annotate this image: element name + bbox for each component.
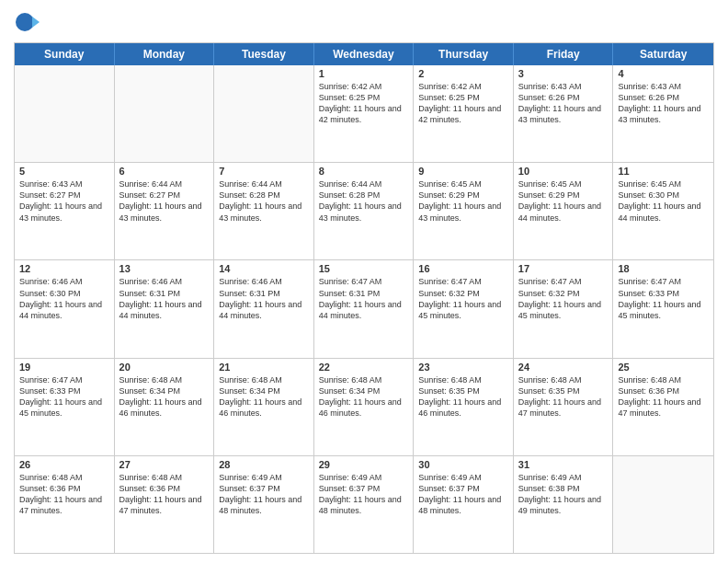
day-number: 7 bbox=[219, 166, 309, 177]
calendar-day-11: 11Sunrise: 6:45 AM Sunset: 6:30 PM Dayli… bbox=[613, 163, 713, 259]
weekday-header-wednesday: Wednesday bbox=[314, 43, 415, 65]
calendar-week-5: 26Sunrise: 6:48 AM Sunset: 6:36 PM Dayli… bbox=[15, 455, 713, 553]
day-number: 20 bbox=[119, 362, 210, 373]
calendar-day-20: 20Sunrise: 6:48 AM Sunset: 6:34 PM Dayli… bbox=[115, 359, 215, 455]
calendar-week-4: 19Sunrise: 6:47 AM Sunset: 6:33 PM Dayli… bbox=[15, 358, 713, 455]
calendar-day-17: 17Sunrise: 6:47 AM Sunset: 6:32 PM Dayli… bbox=[514, 260, 614, 357]
weekday-header-friday: Friday bbox=[514, 43, 614, 65]
day-info: Sunrise: 6:45 AM Sunset: 6:30 PM Dayligh… bbox=[618, 178, 709, 224]
day-info: Sunrise: 6:45 AM Sunset: 6:29 PM Dayligh… bbox=[518, 178, 609, 224]
weekday-header-thursday: Thursday bbox=[414, 43, 514, 65]
calendar-day-4: 4Sunrise: 6:43 AM Sunset: 6:26 PM Daylig… bbox=[613, 65, 713, 162]
day-number: 9 bbox=[418, 166, 508, 177]
calendar-day-10: 10Sunrise: 6:45 AM Sunset: 6:29 PM Dayli… bbox=[514, 163, 614, 259]
day-info: Sunrise: 6:48 AM Sunset: 6:35 PM Dayligh… bbox=[418, 374, 508, 419]
day-number: 10 bbox=[518, 166, 609, 177]
day-number: 3 bbox=[518, 68, 609, 79]
day-number: 6 bbox=[119, 166, 210, 177]
calendar-week-3: 12Sunrise: 6:46 AM Sunset: 6:30 PM Dayli… bbox=[15, 259, 713, 357]
day-number: 19 bbox=[19, 362, 109, 373]
calendar: SundayMondayTuesdayWednesdayThursdayFrid… bbox=[14, 42, 714, 554]
day-info: Sunrise: 6:47 AM Sunset: 6:33 PM Dayligh… bbox=[19, 374, 109, 419]
svg-marker-1 bbox=[32, 17, 40, 28]
day-info: Sunrise: 6:49 AM Sunset: 6:37 PM Dayligh… bbox=[319, 472, 409, 517]
calendar-day-26: 26Sunrise: 6:48 AM Sunset: 6:36 PM Dayli… bbox=[15, 456, 115, 553]
day-number: 24 bbox=[518, 362, 609, 373]
calendar-body: 1Sunrise: 6:42 AM Sunset: 6:25 PM Daylig… bbox=[15, 65, 713, 553]
day-number: 1 bbox=[319, 68, 409, 79]
calendar-day-9: 9Sunrise: 6:45 AM Sunset: 6:29 PM Daylig… bbox=[414, 163, 514, 259]
day-number: 28 bbox=[219, 459, 309, 470]
day-number: 8 bbox=[319, 166, 409, 177]
calendar-day-25: 25Sunrise: 6:48 AM Sunset: 6:36 PM Dayli… bbox=[613, 359, 713, 455]
day-info: Sunrise: 6:43 AM Sunset: 6:26 PM Dayligh… bbox=[618, 81, 709, 126]
day-number: 15 bbox=[319, 263, 409, 274]
calendar-day-21: 21Sunrise: 6:48 AM Sunset: 6:34 PM Dayli… bbox=[214, 359, 314, 455]
day-info: Sunrise: 6:48 AM Sunset: 6:36 PM Dayligh… bbox=[119, 472, 210, 517]
day-info: Sunrise: 6:49 AM Sunset: 6:37 PM Dayligh… bbox=[219, 472, 309, 517]
calendar-week-2: 5Sunrise: 6:43 AM Sunset: 6:27 PM Daylig… bbox=[15, 162, 713, 259]
day-info: Sunrise: 6:47 AM Sunset: 6:32 PM Dayligh… bbox=[518, 276, 609, 321]
day-number: 21 bbox=[219, 362, 309, 373]
day-number: 29 bbox=[319, 459, 409, 470]
day-info: Sunrise: 6:48 AM Sunset: 6:36 PM Dayligh… bbox=[19, 472, 109, 517]
calendar-day-16: 16Sunrise: 6:47 AM Sunset: 6:32 PM Dayli… bbox=[414, 260, 514, 357]
day-info: Sunrise: 6:47 AM Sunset: 6:33 PM Dayligh… bbox=[618, 276, 709, 321]
calendar-header: SundayMondayTuesdayWednesdayThursdayFrid… bbox=[15, 43, 713, 65]
calendar-day-15: 15Sunrise: 6:47 AM Sunset: 6:31 PM Dayli… bbox=[314, 260, 415, 357]
day-number: 12 bbox=[19, 263, 109, 274]
day-info: Sunrise: 6:44 AM Sunset: 6:27 PM Dayligh… bbox=[119, 178, 210, 224]
day-info: Sunrise: 6:49 AM Sunset: 6:38 PM Dayligh… bbox=[518, 472, 609, 517]
calendar-day-22: 22Sunrise: 6:48 AM Sunset: 6:34 PM Dayli… bbox=[314, 359, 415, 455]
day-number: 23 bbox=[418, 362, 508, 373]
calendar-day-12: 12Sunrise: 6:46 AM Sunset: 6:30 PM Dayli… bbox=[15, 260, 115, 357]
calendar-day-6: 6Sunrise: 6:44 AM Sunset: 6:27 PM Daylig… bbox=[115, 163, 215, 259]
day-info: Sunrise: 6:48 AM Sunset: 6:35 PM Dayligh… bbox=[518, 374, 609, 419]
day-number: 2 bbox=[418, 68, 508, 79]
calendar-day-2: 2Sunrise: 6:42 AM Sunset: 6:25 PM Daylig… bbox=[414, 65, 514, 162]
day-number: 17 bbox=[518, 263, 609, 274]
day-info: Sunrise: 6:46 AM Sunset: 6:31 PM Dayligh… bbox=[119, 276, 210, 321]
day-number: 26 bbox=[19, 459, 109, 470]
day-number: 25 bbox=[618, 362, 709, 373]
calendar-day-31: 31Sunrise: 6:49 AM Sunset: 6:38 PM Dayli… bbox=[514, 456, 614, 553]
weekday-header-saturday: Saturday bbox=[613, 43, 713, 65]
calendar-empty-cell bbox=[214, 65, 314, 162]
day-info: Sunrise: 6:47 AM Sunset: 6:32 PM Dayligh… bbox=[418, 276, 508, 321]
calendar-day-7: 7Sunrise: 6:44 AM Sunset: 6:28 PM Daylig… bbox=[214, 163, 314, 259]
day-number: 11 bbox=[618, 166, 709, 177]
day-info: Sunrise: 6:42 AM Sunset: 6:25 PM Dayligh… bbox=[418, 81, 508, 126]
day-number: 16 bbox=[418, 263, 508, 274]
day-number: 18 bbox=[618, 263, 709, 274]
calendar-day-3: 3Sunrise: 6:43 AM Sunset: 6:26 PM Daylig… bbox=[514, 65, 614, 162]
day-info: Sunrise: 6:44 AM Sunset: 6:28 PM Dayligh… bbox=[319, 178, 409, 224]
calendar-day-8: 8Sunrise: 6:44 AM Sunset: 6:28 PM Daylig… bbox=[314, 163, 415, 259]
day-info: Sunrise: 6:45 AM Sunset: 6:29 PM Dayligh… bbox=[418, 178, 508, 224]
weekday-header-monday: Monday bbox=[115, 43, 215, 65]
calendar-empty-cell bbox=[115, 65, 215, 162]
svg-point-0 bbox=[16, 13, 34, 31]
logo bbox=[14, 9, 43, 35]
calendar-day-18: 18Sunrise: 6:47 AM Sunset: 6:33 PM Dayli… bbox=[613, 260, 713, 357]
calendar-empty-cell bbox=[15, 65, 115, 162]
page: SundayMondayTuesdayWednesdayThursdayFrid… bbox=[0, 0, 728, 563]
calendar-day-30: 30Sunrise: 6:49 AM Sunset: 6:37 PM Dayli… bbox=[414, 456, 514, 553]
day-info: Sunrise: 6:43 AM Sunset: 6:27 PM Dayligh… bbox=[19, 178, 109, 224]
calendar-week-1: 1Sunrise: 6:42 AM Sunset: 6:25 PM Daylig… bbox=[15, 65, 713, 162]
day-number: 4 bbox=[618, 68, 709, 79]
calendar-day-24: 24Sunrise: 6:48 AM Sunset: 6:35 PM Dayli… bbox=[514, 359, 614, 455]
day-number: 14 bbox=[219, 263, 309, 274]
header bbox=[14, 9, 714, 35]
day-info: Sunrise: 6:48 AM Sunset: 6:34 PM Dayligh… bbox=[319, 374, 409, 419]
calendar-day-27: 27Sunrise: 6:48 AM Sunset: 6:36 PM Dayli… bbox=[115, 456, 215, 553]
day-info: Sunrise: 6:46 AM Sunset: 6:30 PM Dayligh… bbox=[19, 276, 109, 321]
weekday-header-tuesday: Tuesday bbox=[214, 43, 314, 65]
calendar-day-19: 19Sunrise: 6:47 AM Sunset: 6:33 PM Dayli… bbox=[15, 359, 115, 455]
calendar-day-1: 1Sunrise: 6:42 AM Sunset: 6:25 PM Daylig… bbox=[314, 65, 415, 162]
calendar-empty-cell bbox=[613, 456, 713, 553]
calendar-day-14: 14Sunrise: 6:46 AM Sunset: 6:31 PM Dayli… bbox=[214, 260, 314, 357]
day-info: Sunrise: 6:42 AM Sunset: 6:25 PM Dayligh… bbox=[319, 81, 409, 126]
calendar-day-13: 13Sunrise: 6:46 AM Sunset: 6:31 PM Dayli… bbox=[115, 260, 215, 357]
day-info: Sunrise: 6:44 AM Sunset: 6:28 PM Dayligh… bbox=[219, 178, 309, 224]
day-number: 31 bbox=[518, 459, 609, 470]
